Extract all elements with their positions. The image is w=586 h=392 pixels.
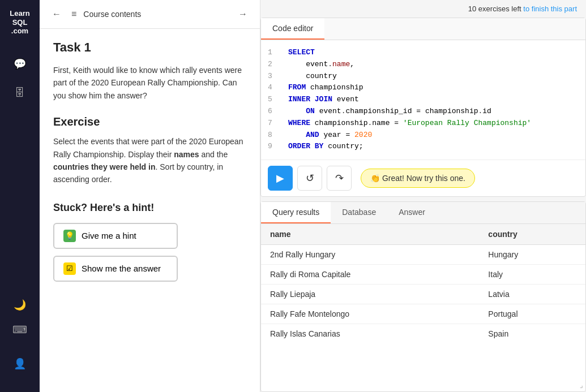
right-header: 10 exercises left to finish this part: [260, 0, 586, 18]
tab-database[interactable]: Database: [331, 202, 387, 223]
line-numbers: 12345 6789: [268, 47, 279, 153]
editor-toolbar: ▶ ↺ ↷ 👏 Great! Now try this one.: [261, 160, 585, 196]
table-row: Rally Islas CanariasSpain: [261, 324, 585, 344]
query-tabs: Query results Database Answer: [261, 202, 585, 224]
task-description: First, Keith would like to know which ra…: [53, 64, 246, 102]
cell-country: Hungary: [479, 245, 585, 265]
table-row: 2nd Rally HungaryHungary: [261, 245, 585, 265]
cell-country: Spain: [479, 324, 585, 344]
nav-list-icon: ≡: [71, 9, 76, 19]
task-title: Task 1: [53, 40, 246, 55]
tab-code-editor[interactable]: Code editor: [261, 18, 324, 40]
user-icon[interactable]: 👤: [10, 354, 30, 374]
hint-button[interactable]: 💡 Give me a hint: [53, 223, 178, 249]
exercise-description: Select the events that were part of the …: [53, 135, 246, 186]
cell-country: Italy: [479, 265, 585, 285]
right-panel: 10 exercises left to finish this part Co…: [260, 0, 586, 392]
database-icon[interactable]: 🗄: [10, 83, 30, 104]
forward-button[interactable]: ↷: [327, 166, 352, 191]
exercises-count: 10 exercises left to finish this part: [468, 5, 577, 13]
cell-name: Rally di Roma Capitale: [261, 265, 479, 285]
sidebar: Learn SQL .com 💬 🗄 🌙 ⌨ 👤: [0, 0, 40, 392]
corner-resize-icon: ⌟: [580, 381, 583, 389]
table-row: Rally di Roma CapitaleItaly: [261, 265, 585, 285]
editor-tabs: Code editor: [261, 18, 585, 40]
cell-country: Latvia: [479, 285, 585, 304]
answer-button-label: Show me the answer: [82, 264, 161, 273]
left-panel: ← ≡ Course contents → Task 1 First, Keit…: [40, 0, 260, 392]
cell-name: Rally Fafe Montelongo: [261, 304, 479, 324]
answer-button[interactable]: ☑ Show me the answer: [53, 256, 178, 282]
col-name: name: [261, 224, 479, 245]
answer-icon: ☑: [63, 262, 76, 275]
logo: Learn SQL .com: [10, 9, 29, 36]
code-content[interactable]: SELECT event.name, country FROM champion…: [288, 47, 579, 153]
code-area[interactable]: 12345 6789 SELECT event.name, country FR…: [261, 40, 585, 160]
query-panel: Query results Database Answer name count…: [260, 201, 586, 392]
run-button[interactable]: ▶: [268, 166, 293, 191]
cell-country: Portugal: [479, 304, 585, 324]
cell-name: Rally Islas Canarias: [261, 324, 479, 344]
table-row: Rally Fafe MontelongoPortugal: [261, 304, 585, 324]
code-editor-panel: Code editor 12345 6789 SELECT event.name…: [260, 18, 586, 197]
moon-icon[interactable]: 🌙: [10, 295, 30, 315]
tab-query-results[interactable]: Query results: [261, 202, 331, 223]
hint-section-title: Stuck? Here's a hint!: [53, 202, 246, 214]
reset-button[interactable]: ↺: [297, 166, 322, 191]
col-country: country: [479, 224, 585, 245]
table-container: name country 2nd Rally HungaryHungaryRal…: [261, 224, 585, 391]
cell-name: 2nd Rally Hungary: [261, 245, 479, 265]
nav-prev-button[interactable]: ←: [49, 7, 65, 21]
exercises-link[interactable]: to finish this part: [523, 5, 577, 13]
nav-bar: ← ≡ Course contents →: [40, 0, 260, 29]
cell-name: Rally Liepaja: [261, 285, 479, 304]
nav-title: Course contents: [83, 10, 141, 19]
results-table: name country 2nd Rally HungaryHungaryRal…: [261, 224, 585, 343]
content-area: Task 1 First, Keith would like to know w…: [40, 29, 260, 392]
nav-next-button[interactable]: →: [235, 7, 251, 21]
tab-answer[interactable]: Answer: [387, 202, 437, 223]
hint-icon: 💡: [63, 230, 76, 242]
chat-icon[interactable]: 💬: [10, 54, 30, 74]
keyboard-icon[interactable]: ⌨: [10, 320, 30, 340]
exercise-title: Exercise: [53, 115, 246, 128]
feedback-bubble: 👏 Great! Now try this one.: [361, 169, 475, 188]
hint-button-label: Give me a hint: [82, 231, 136, 240]
table-row: Rally LiepajaLatvia: [261, 285, 585, 304]
